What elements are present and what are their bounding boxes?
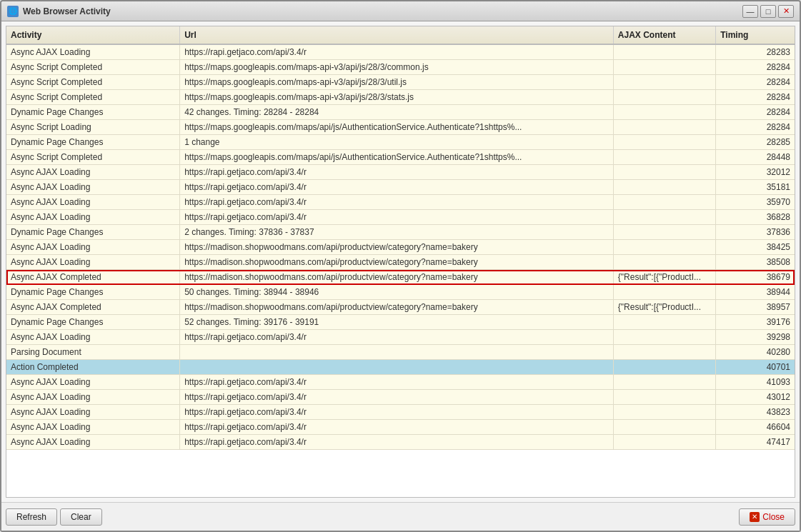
col-header-activity: Activity [6,26,180,44]
table-row[interactable]: Dynamic Page Changes1 change28285 [6,135,795,150]
table-row[interactable]: Async Script Completedhttps://maps.googl… [6,60,795,75]
cell-activity: Async AJAX Loading [6,330,180,345]
cell-activity: Parsing Document [6,345,180,360]
cell-activity: Async Script Completed [6,90,180,105]
table-row[interactable]: Parsing Document40280 [6,345,795,360]
cell-url: https://maps.googleapis.com/maps-api-v3/… [180,60,614,75]
table-row[interactable]: Dynamic Page Changes50 changes. Timing: … [6,285,795,300]
cell-ajax [613,315,715,330]
cell-ajax [613,75,715,90]
cell-timing: 38957 [716,300,795,315]
table-row[interactable]: Async AJAX Loadinghttps://rapi.getjaco.c… [6,180,795,195]
cell-ajax [613,240,715,255]
table-row[interactable]: Async AJAX Loadinghttps://rapi.getjaco.c… [6,195,795,210]
table-row[interactable]: Async AJAX Loadinghttps://rapi.getjaco.c… [6,210,795,225]
close-label: Close [762,512,785,522]
table-row[interactable]: Async AJAX Completedhttps://madison.shop… [6,270,795,285]
cell-url: https://madison.shopwoodmans.com/api/pro… [180,240,614,255]
cell-ajax: {"Result":[{"ProductI... [613,300,715,315]
cell-timing: 28285 [716,135,795,150]
cell-url: https://madison.shopwoodmans.com/api/pro… [180,270,614,285]
cell-url: 2 changes. Timing: 37836 - 37837 [180,225,614,240]
table-row[interactable]: Action Completed40701 [6,360,795,375]
cell-timing: 36828 [716,210,795,225]
cell-activity: Async AJAX Completed [6,270,180,285]
cell-url: https://rapi.getjaco.com/api/3.4/r [180,405,614,420]
cell-url: https://rapi.getjaco.com/api/3.4/r [180,375,614,390]
cell-ajax [613,105,715,120]
cell-timing: 43012 [716,390,795,405]
cell-ajax [613,330,715,345]
title-bar-buttons: — □ ✕ [742,5,794,18]
cell-activity: Dynamic Page Changes [6,315,180,330]
footer-left-buttons: Refresh Clear [6,508,102,526]
cell-activity: Dynamic Page Changes [6,135,180,150]
cell-ajax [613,405,715,420]
cell-activity: Async AJAX Loading [6,180,180,195]
clear-button[interactable]: Clear [60,508,102,526]
cell-timing: 28284 [716,75,795,90]
cell-timing: 38679 [716,270,795,285]
table-row[interactable]: Async AJAX Loadinghttps://rapi.getjaco.c… [6,44,795,60]
close-footer-button[interactable]: ✕ Close [739,508,795,526]
cell-ajax [613,345,715,360]
cell-activity: Async Script Loading [6,120,180,135]
table-row[interactable]: Async AJAX Loadinghttps://rapi.getjaco.c… [6,405,795,420]
cell-url: https://rapi.getjaco.com/api/3.4/r [180,195,614,210]
table-row[interactable]: Dynamic Page Changes2 changes. Timing: 3… [6,225,795,240]
cell-url: https://rapi.getjaco.com/api/3.4/r [180,330,614,345]
table-row[interactable]: Async AJAX Loadinghttps://madison.shopwo… [6,255,795,270]
table-row[interactable]: Async Script Completedhttps://maps.googl… [6,150,795,165]
cell-timing: 35181 [716,180,795,195]
cell-ajax [613,390,715,405]
refresh-button[interactable]: Refresh [6,508,57,526]
cell-ajax [613,150,715,165]
table-row[interactable]: Dynamic Page Changes52 changes. Timing: … [6,315,795,330]
cell-url: https://madison.shopwoodmans.com/api/pro… [180,300,614,315]
cell-activity: Async AJAX Loading [6,435,180,450]
table-row[interactable]: Async AJAX Loadinghttps://rapi.getjaco.c… [6,390,795,405]
activity-table-container[interactable]: Activity Url AJAX Content Timing Async A… [6,26,795,498]
cell-activity: Async AJAX Loading [6,420,180,435]
cell-timing: 39298 [716,330,795,345]
minimize-button[interactable]: — [742,5,758,18]
cell-activity: Async AJAX Completed [6,300,180,315]
cell-timing: 39176 [716,315,795,330]
table-row[interactable]: Async AJAX Loadinghttps://rapi.getjaco.c… [6,420,795,435]
cell-ajax [613,210,715,225]
cell-activity: Async AJAX Loading [6,255,180,270]
table-row[interactable]: Async AJAX Loadinghttps://rapi.getjaco.c… [6,165,795,180]
table-row[interactable]: Async AJAX Loadinghttps://rapi.getjaco.c… [6,330,795,345]
table-row[interactable]: Async Script Completedhttps://maps.googl… [6,90,795,105]
table-row[interactable]: Async AJAX Completedhttps://madison.shop… [6,300,795,315]
table-row[interactable]: Async AJAX Loadinghttps://rapi.getjaco.c… [6,375,795,390]
cell-ajax [613,420,715,435]
cell-url: 50 changes. Timing: 38944 - 38946 [180,285,614,300]
cell-timing: 40701 [716,360,795,375]
window-icon: 🌐 [7,6,19,17]
cell-url: https://maps.googleapis.com/maps-api-v3/… [180,90,614,105]
col-header-timing: Timing [716,26,795,44]
cell-activity: Dynamic Page Changes [6,285,180,300]
table-row[interactable]: Async AJAX Loadinghttps://rapi.getjaco.c… [6,435,795,450]
cell-ajax [613,375,715,390]
table-row[interactable]: Async Script Loadinghttps://maps.googlea… [6,120,795,135]
cell-url: https://maps.googleapis.com/maps/api/js/… [180,120,614,135]
close-button[interactable]: ✕ [778,5,794,18]
cell-ajax [613,60,715,75]
cell-url: https://rapi.getjaco.com/api/3.4/r [180,210,614,225]
activity-table: Activity Url AJAX Content Timing Async A… [6,26,795,450]
table-row[interactable]: Async Script Completedhttps://maps.googl… [6,75,795,90]
table-row[interactable]: Async AJAX Loadinghttps://madison.shopwo… [6,240,795,255]
table-row[interactable]: Dynamic Page Changes42 changes. Timing: … [6,105,795,120]
maximize-button[interactable]: □ [760,5,776,18]
cell-url [180,360,614,375]
cell-timing: 28448 [716,150,795,165]
cell-timing: 41093 [716,375,795,390]
cell-timing: 28284 [716,60,795,75]
cell-ajax [613,180,715,195]
cell-url: https://rapi.getjaco.com/api/3.4/r [180,44,614,60]
cell-url: 1 change [180,135,614,150]
cell-activity: Async AJAX Loading [6,44,180,60]
cell-url: https://rapi.getjaco.com/api/3.4/r [180,165,614,180]
